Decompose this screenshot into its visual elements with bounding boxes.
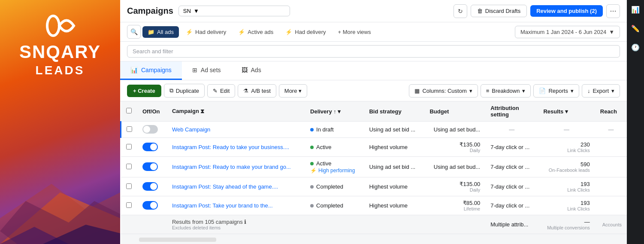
tab-navigation: 📊 Campaigns ⊞ Ad sets 🖼 Ads <box>120 61 627 80</box>
summary-row: Results from 105 campaigns ℹ Excludes de… <box>121 215 627 234</box>
campaign-name-cell: Instagram Post: Ready to take your busin… <box>167 138 305 157</box>
edit-button[interactable]: ✎ Edit <box>207 84 235 98</box>
search-input[interactable] <box>127 45 620 58</box>
tab-all-ads[interactable]: 📁 All ads <box>142 26 179 38</box>
budget-amount: Using ad set bud... <box>429 164 480 170</box>
reach-cell <box>595 157 627 177</box>
discard-drafts-button[interactable]: 🗑 Discard Drafts <box>471 5 527 17</box>
main-content: Campaigns SN ▼ ↻ 🗑 Discard Drafts Review… <box>120 0 627 244</box>
campaigns-icon: 📊 <box>130 67 138 73</box>
horizontal-scrollbar[interactable] <box>139 238 216 242</box>
campaigns-table: Off/On Campaign ⧗ Delivery ↑ ▾ Bid strat… <box>120 101 627 244</box>
tab-ads[interactable]: 🖼 Ads <box>231 61 272 80</box>
ab-test-button[interactable]: ⚗ A/B test <box>238 84 276 98</box>
header-checkbox <box>121 101 138 122</box>
filter-icon: ▾ <box>338 108 341 115</box>
more-views-button[interactable]: + More views <box>333 26 376 38</box>
clock-icon[interactable]: 🕐 <box>629 41 641 53</box>
more-button[interactable]: More ▾ <box>279 84 308 98</box>
sort-icon: ⧗ <box>200 108 204 114</box>
results-cell: 193 Link Clicks <box>538 196 595 215</box>
budget-amount: ₹85.00 <box>429 200 480 206</box>
date-range-picker[interactable]: Maximum 1 Jan 2024 - 6 Jun 2024 ▼ <box>515 26 620 38</box>
tab-had-delivery-1[interactable]: ⚡ Had delivery <box>181 26 231 38</box>
bolt-icon-1: ⚡ <box>186 29 193 35</box>
trash-icon: 🗑 <box>477 8 483 14</box>
toggle-switch[interactable] <box>142 162 158 171</box>
budget-cell: Using ad set bud... <box>424 157 485 177</box>
export-icon: ↓ <box>587 88 590 94</box>
tab-active-ads[interactable]: ⚡ Active ads <box>233 26 278 38</box>
export-button[interactable]: ↓ Export ▾ <box>582 84 620 98</box>
account-selector-text: SN <box>183 8 191 14</box>
campaign-link[interactable]: Instagram Post: Take your brand to the..… <box>172 202 273 209</box>
sidebar: SNQARY LEADS <box>0 0 120 244</box>
reports-icon: 📄 <box>539 88 546 94</box>
summary-text: Results from 105 campaigns ℹ <box>172 219 300 225</box>
tab-campaigns[interactable]: 📊 Campaigns <box>120 61 182 80</box>
more-options-button[interactable]: ··· <box>606 4 620 18</box>
meta-logo <box>39 13 82 39</box>
summary-empty-3 <box>305 215 364 234</box>
chevron-down-icon-cols: ▾ <box>469 88 472 94</box>
row-checkbox[interactable] <box>126 144 132 149</box>
chevron-down-icon-breakdown: ▾ <box>522 88 525 94</box>
toggle-switch[interactable] <box>142 125 158 134</box>
header-delivery[interactable]: Delivery ↑ ▾ <box>305 101 364 122</box>
delivery-label: Active <box>316 144 331 150</box>
delivery-cell: Completed <box>305 177 364 196</box>
account-selector[interactable]: SN ▼ <box>178 6 290 16</box>
status-dot-active <box>310 146 314 149</box>
tab-ad-sets[interactable]: ⊞ Ad sets <box>182 61 231 80</box>
row-checkbox[interactable] <box>126 164 132 169</box>
search-bar <box>120 42 627 61</box>
budget-amount: ₹135.00 <box>429 141 480 148</box>
chart-icon[interactable]: 📊 <box>629 3 641 15</box>
budget-type: Daily <box>429 148 480 153</box>
results-type: Link Clicks <box>543 206 590 211</box>
summary-empty-5 <box>424 215 485 234</box>
row-checkbox[interactable] <box>127 126 132 132</box>
table-row: Instagram Post: Take your brand to the..… <box>121 196 627 215</box>
delivery-cell: Active ⚡ High performing <box>305 157 364 177</box>
refresh-button[interactable]: ↻ <box>454 4 467 18</box>
budget-cell: Using ad set bud... <box>424 122 485 138</box>
campaign-name-cell: Web Campaign <box>167 122 305 138</box>
campaign-link[interactable]: Instagram Post: Ready to make your brand… <box>172 164 291 170</box>
pencil-icon[interactable]: ✏️ <box>629 22 641 34</box>
bid-strategy-cell: Using ad set bid ... <box>364 157 424 177</box>
select-all-checkbox[interactable] <box>126 108 132 113</box>
status-dot-completed <box>310 204 314 207</box>
create-button[interactable]: + Create <box>127 85 161 97</box>
results-number: 230 <box>543 141 590 148</box>
header-results[interactable]: Results ▾ <box>538 101 595 122</box>
toggle-switch[interactable] <box>142 201 158 210</box>
campaign-link[interactable]: Web Campaign <box>172 126 210 133</box>
row-checkbox[interactable] <box>126 202 132 208</box>
summary-attribution: Multiple attrib... <box>485 215 538 234</box>
toggle-switch[interactable] <box>142 182 158 191</box>
reports-button[interactable]: 📄 Reports ▾ <box>533 84 579 98</box>
summary-text-cell: Results from 105 campaigns ℹ Excludes de… <box>167 215 305 234</box>
attribution-cell: 7-day click or ... <box>485 138 538 157</box>
campaign-name-cell: Instagram Post: Take your brand to the..… <box>167 196 305 215</box>
tab-had-delivery-2[interactable]: ⚡ Had delivery <box>280 26 331 38</box>
filter-tabs: 🔍 📁 All ads ⚡ Had delivery ⚡ Active ads … <box>120 22 627 42</box>
review-publish-button[interactable]: Review and publish (2) <box>530 5 603 17</box>
campaign-link[interactable]: Instagram Post: Stay ahead of the game..… <box>172 183 278 190</box>
ads-icon: 🖼 <box>242 67 248 73</box>
row-checkbox[interactable] <box>126 183 132 189</box>
duplicate-button[interactable]: ⧉ Duplicate <box>164 84 205 98</box>
columns-button[interactable]: ▦ Columns: Custom ▾ <box>409 84 478 98</box>
breakdown-button[interactable]: ≡ Breakdown ▾ <box>481 84 531 98</box>
summary-reach: Accounts <box>595 215 627 234</box>
search-tab-button[interactable]: 🔍 <box>127 25 141 39</box>
header-campaign[interactable]: Campaign ⧗ <box>167 101 305 122</box>
budget-cell: ₹135.00 Daily <box>424 177 485 196</box>
toggle-cell <box>137 138 167 157</box>
scrollbar-row <box>121 234 627 244</box>
campaign-link[interactable]: Instagram Post: Ready to take your busin… <box>172 144 289 150</box>
toggle-switch[interactable] <box>142 143 158 151</box>
summary-results: — Multiple conversions <box>538 215 595 234</box>
table-row: Web Campaign In draft Using ad set bid .… <box>121 122 627 138</box>
